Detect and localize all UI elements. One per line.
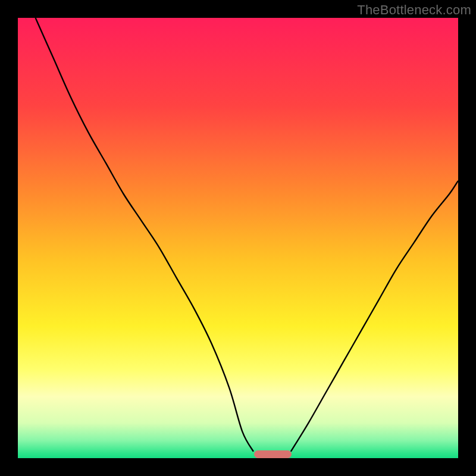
watermark-text: TheBottleneck.com [357,2,471,18]
left-curve [36,18,253,452]
right-curve [291,181,458,452]
chart-area [18,18,458,458]
curve-overlay [18,18,458,458]
